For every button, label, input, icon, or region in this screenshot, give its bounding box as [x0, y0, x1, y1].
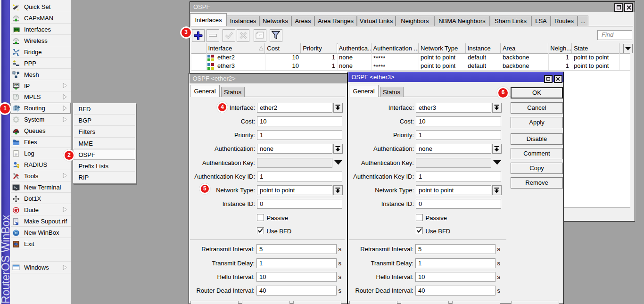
svg-text:255: 255 [14, 83, 19, 87]
